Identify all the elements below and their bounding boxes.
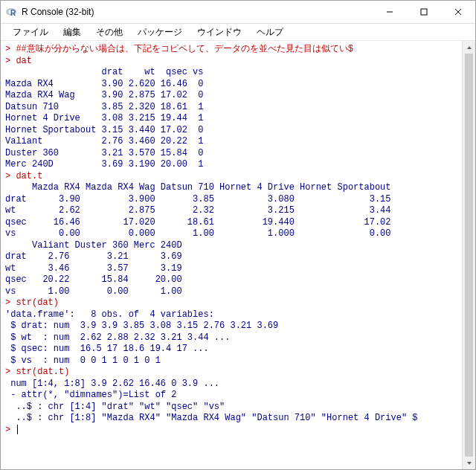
output-block-3: 'data.frame': 8 obs. of 4 variables: $ d… bbox=[5, 309, 278, 366]
svg-marker-8 bbox=[467, 462, 472, 465]
prompt: > bbox=[5, 44, 16, 54]
menu-help[interactable]: ヘルプ bbox=[249, 25, 291, 40]
caret bbox=[17, 425, 18, 434]
minimize-button[interactable] bbox=[373, 1, 407, 23]
scroll-down-button[interactable] bbox=[463, 457, 475, 469]
input-line-5: str(dat.t) bbox=[16, 367, 69, 377]
svg-marker-7 bbox=[467, 46, 472, 49]
menu-misc[interactable]: その他 bbox=[89, 25, 130, 40]
window: R R Console (32-bit) ファイル 編集 その他 パッケージ bbox=[0, 0, 476, 470]
menu-edit[interactable]: 編集 bbox=[56, 25, 89, 40]
output-block-4: num [1:4, 1:8] 3.9 2.62 16.46 0 3.9 ... … bbox=[5, 379, 418, 424]
output-block-1: drat wt qsec vs Mazda RX4 3.90 2.620 16.… bbox=[5, 67, 203, 170]
console-content[interactable]: > ##意味が分からない場合は、下記をコピペして、データのを並べた見た目は似てい… bbox=[1, 41, 475, 439]
scroll-up-button[interactable] bbox=[463, 41, 475, 54]
window-title: R Console (32-bit) bbox=[22, 7, 94, 17]
prompt: > bbox=[5, 171, 16, 181]
menubar: ファイル 編集 その他 パッケージ ウインドウ ヘルプ bbox=[1, 24, 475, 41]
input-line-1: ##意味が分からない場合は、下記をコピペして、データのを並べた見た目は似てい$ bbox=[16, 44, 353, 54]
r-app-icon: R bbox=[5, 6, 17, 18]
scroll-thumb[interactable] bbox=[465, 54, 473, 457]
menu-packages[interactable]: パッケージ bbox=[130, 25, 190, 40]
svg-text:R: R bbox=[10, 9, 16, 17]
menu-window[interactable]: ウインドウ bbox=[190, 25, 249, 40]
input-line-4: str(dat) bbox=[16, 297, 59, 308]
input-line-2: dat bbox=[16, 56, 32, 66]
menu-file[interactable]: ファイル bbox=[5, 25, 56, 40]
close-button[interactable] bbox=[441, 1, 475, 23]
titlebar: R R Console (32-bit) bbox=[1, 1, 475, 24]
prompt: > bbox=[5, 56, 16, 66]
output-block-2: Mazda RX4 Mazda RX4 Wag Datsun 710 Horne… bbox=[5, 182, 390, 297]
maximize-button[interactable] bbox=[407, 1, 441, 23]
titlebar-left: R R Console (32-bit) bbox=[1, 6, 94, 18]
scroll-track[interactable] bbox=[463, 54, 475, 457]
svg-rect-4 bbox=[421, 9, 427, 15]
vertical-scrollbar[interactable] bbox=[462, 41, 475, 469]
prompt: > bbox=[5, 367, 16, 377]
input-line-3: dat.t bbox=[16, 171, 42, 181]
prompt: > bbox=[5, 297, 16, 308]
titlebar-controls bbox=[373, 1, 475, 23]
prompt: > bbox=[5, 425, 16, 435]
console-area[interactable]: > ##意味が分からない場合は、下記をコピペして、データのを並べた見た目は似てい… bbox=[1, 41, 475, 469]
